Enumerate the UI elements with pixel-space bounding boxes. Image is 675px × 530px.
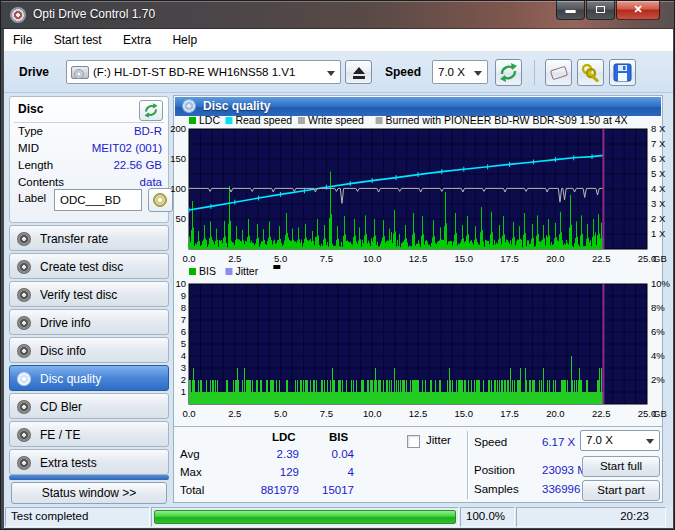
disc-icon	[17, 400, 31, 414]
refresh-icon	[496, 60, 521, 85]
quality-chart: LDCRead speedWrite speedBurned with PION…	[174, 116, 666, 268]
svg-text:12.5: 12.5	[409, 253, 428, 264]
svg-text:BIS: BIS	[199, 265, 216, 277]
app-disc-icon	[10, 7, 26, 23]
status-bar: Test completed 100.0% 20:23	[4, 506, 673, 528]
svg-text:GB: GB	[653, 408, 667, 419]
sidebar-item-cd-bler[interactable]: CD Bler	[9, 393, 169, 419]
disc-label-label: Label	[18, 192, 46, 204]
total-label: Total	[180, 484, 204, 496]
svg-text:22.5: 22.5	[592, 253, 611, 264]
svg-text:150: 150	[170, 153, 186, 164]
svg-text:17.5: 17.5	[500, 408, 518, 419]
svg-text:15.0: 15.0	[455, 408, 474, 419]
bis-jitter-chart: BISJitter1098765432110%8%6%4%2%0.02.55.0…	[174, 266, 666, 424]
eraser-icon	[550, 66, 568, 80]
svg-text:2.5: 2.5	[228, 253, 241, 264]
speed-select-value: 7.0 X	[438, 66, 465, 78]
sidebar-item-drive-info[interactable]: Drive info	[9, 309, 169, 335]
svg-text:4%: 4%	[651, 350, 665, 361]
progress-fill	[154, 510, 456, 524]
svg-text:5.0: 5.0	[274, 253, 287, 264]
title-bar[interactable]: Opti Drive Control 1.70 ▬ ✕	[1, 1, 675, 29]
svg-text:10: 10	[175, 278, 186, 289]
status-window-button[interactable]: Status window >>	[11, 482, 167, 504]
speed-stat-label: Speed	[474, 436, 507, 448]
disc-contents-label: Contents	[18, 176, 64, 188]
disc-icon	[17, 428, 31, 442]
keys-icon	[578, 60, 603, 85]
disc-contents-value: data	[140, 176, 162, 188]
disc-icon	[17, 344, 31, 358]
refresh-button[interactable]	[495, 59, 522, 86]
start-full-button[interactable]: Start full	[582, 456, 660, 477]
drive-select[interactable]: (F:) HL-DT-ST BD-RE WH16NS58 1.V1	[66, 60, 341, 84]
max-ldc: 129	[249, 466, 299, 478]
total-bis: 15017	[309, 484, 354, 496]
sidebar-item-verify-test-disc[interactable]: Verify test disc	[9, 281, 169, 307]
test-speed-select-value: 7.0 X	[586, 434, 613, 446]
disc-mid-label: MID	[18, 142, 39, 154]
erase-disc-button[interactable]	[545, 59, 572, 86]
gold-disc-icon	[153, 193, 167, 207]
svg-text:7 X: 7 X	[651, 138, 666, 149]
drive-toolbar: Drive (F:) HL-DT-ST BD-RE WH16NS58 1.V1 …	[4, 52, 673, 93]
jitter-checkbox[interactable]	[407, 435, 420, 448]
svg-text:6 X: 6 X	[651, 153, 666, 164]
test-speed-select[interactable]: 7.0 X	[580, 430, 660, 451]
svg-text:10.0: 10.0	[363, 408, 382, 419]
menu-extra[interactable]: Extra	[114, 29, 160, 52]
sidebar-item-transfer-rate[interactable]: Transfer rate	[9, 225, 169, 251]
menu-start-test[interactable]: Start test	[45, 29, 111, 52]
sidebar-item-disc-quality[interactable]: Disc quality	[9, 365, 169, 391]
license-keys-button[interactable]	[577, 59, 604, 86]
save-button[interactable]	[609, 59, 636, 86]
menu-file[interactable]: File	[4, 29, 41, 52]
divider	[14, 122, 164, 123]
chevron-down-icon	[474, 71, 482, 76]
drive-label: Drive	[19, 65, 49, 79]
svg-text:2%: 2%	[651, 374, 665, 385]
svg-text:0.0: 0.0	[182, 253, 195, 264]
svg-text:Jitter: Jitter	[235, 265, 258, 277]
disc-icon	[17, 232, 31, 246]
minimize-button[interactable]: ▬	[556, 1, 585, 20]
sidebar-item-fe-te[interactable]: FE / TE	[9, 421, 169, 447]
bis-column-header: BIS	[329, 431, 348, 443]
svg-text:12.5: 12.5	[409, 408, 428, 419]
disc-refresh-button[interactable]	[139, 100, 163, 121]
sidebar-item-create-test-disc[interactable]: Create test disc	[9, 253, 169, 279]
svg-text:10%: 10%	[651, 278, 671, 289]
samples-stat-value: 336996	[542, 483, 580, 495]
svg-text:1 X: 1 X	[651, 228, 666, 239]
maximize-button[interactable]	[586, 1, 615, 20]
sidebar-item-extra-tests[interactable]: Extra tests	[9, 449, 169, 475]
chevron-down-icon	[327, 71, 335, 76]
svg-text:2 X: 2 X	[651, 213, 666, 224]
progress-bar	[151, 507, 459, 527]
disc-panel-title: Disc	[18, 102, 43, 116]
progress-percent: 100.0%	[460, 507, 515, 527]
status-text: Test completed	[5, 507, 150, 527]
start-part-button[interactable]: Start part	[582, 480, 660, 501]
svg-text:6: 6	[181, 326, 186, 337]
svg-text:GB: GB	[653, 253, 667, 264]
disc-label-input[interactable]	[54, 189, 142, 211]
max-label: Max	[180, 466, 202, 478]
sidebar-item-disc-info[interactable]: Disc info	[9, 337, 169, 363]
svg-text:Read speed: Read speed	[235, 114, 292, 126]
menu-help[interactable]: Help	[163, 29, 206, 52]
clock: 20:23	[516, 507, 666, 527]
disc-quality-panel: Disc quality LDCRead speedWrite speedBur…	[173, 95, 663, 503]
avg-label: Avg	[180, 448, 200, 460]
speed-select[interactable]: 7.0 X	[432, 60, 488, 84]
speed-label: Speed	[385, 65, 421, 79]
eject-button[interactable]	[345, 60, 372, 84]
disc-type-value: BD-R	[134, 125, 162, 137]
svg-text:Burned with PIONEER BD-RW BDR: Burned with PIONEER BD-RW BDR-S09 1.50 a…	[386, 114, 628, 126]
svg-text:20.0: 20.0	[546, 253, 565, 264]
svg-text:8%: 8%	[651, 302, 665, 313]
close-button[interactable]: ✕	[616, 1, 660, 20]
panel-title: Disc quality	[203, 99, 270, 113]
disc-icon	[17, 260, 31, 274]
